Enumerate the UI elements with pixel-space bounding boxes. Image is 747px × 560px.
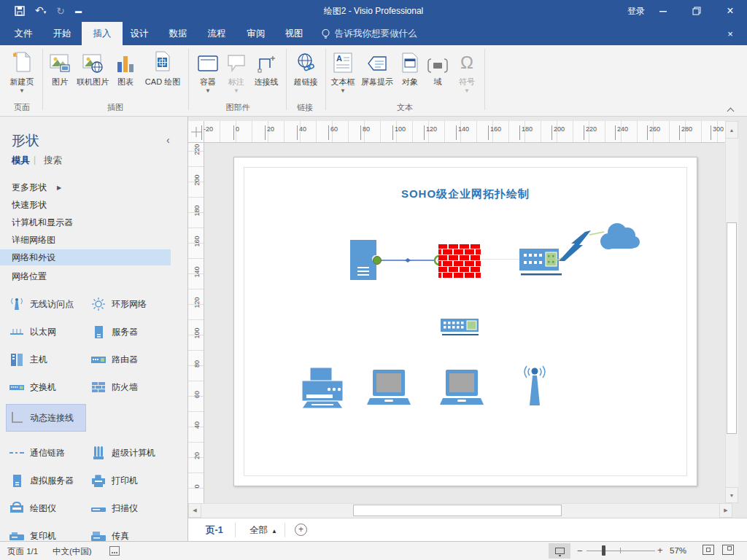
svg-text:A: A (336, 54, 342, 63)
container-icon (197, 47, 219, 74)
sign-in-button[interactable]: 登录 (627, 5, 645, 18)
plotter-icon (9, 501, 25, 516)
close-button[interactable]: × (713, 0, 747, 22)
shape-ring-network[interactable]: 环形网络 (90, 290, 172, 318)
container-button[interactable]: 容器 ▼ (193, 47, 223, 101)
field-button[interactable]: 域 (426, 47, 449, 101)
online-pictures-button[interactable]: 联机图片 (74, 47, 111, 101)
vertical-scrollbar-thumb[interactable] (727, 222, 737, 434)
new-page-button[interactable]: 新建页 ▼ (4, 47, 39, 101)
tab-view[interactable]: 视图 (277, 22, 311, 45)
presentation-mode-button[interactable] (549, 543, 570, 559)
zoom-slider-thumb[interactable] (602, 545, 605, 556)
v-ruler-tick: 180 (193, 203, 201, 218)
shape-dynamic-connector[interactable]: 动态连接线 (9, 404, 90, 432)
tab-file[interactable]: 文件 (9, 22, 38, 45)
router-icon (90, 352, 107, 367)
field-icon (427, 47, 449, 74)
fit-window-button[interactable] (722, 545, 734, 555)
shape-supercomputer[interactable]: 超级计算机 (90, 439, 172, 467)
diagram-connector[interactable] (369, 251, 445, 270)
more-shapes-item[interactable]: 更多形状▶ (0, 179, 171, 195)
macro-record-icon[interactable] (109, 546, 120, 556)
tab-design[interactable]: 设计 (123, 22, 156, 45)
shape-virtual-server[interactable]: 虚拟服务器 (9, 467, 90, 494)
close-drawing-button[interactable]: × (719, 22, 741, 45)
picture-button[interactable]: 图片 (45, 47, 74, 101)
stencil-item-network-peripherals[interactable]: 网络和外设 (0, 249, 171, 265)
dropdown-arrow: ▼ (464, 88, 470, 94)
shape-switch[interactable]: 交换机 (9, 373, 90, 401)
shape-wireless-access-point[interactable]: 无线访问点 (9, 290, 90, 318)
hyperlink-button[interactable]: 超链接 (289, 47, 322, 101)
diagram-node-wireless-antenna[interactable] (519, 365, 550, 407)
diagram-node-firewall[interactable] (438, 244, 481, 279)
zoom-out-button[interactable]: − (577, 545, 583, 556)
stencil-item-detailed-network[interactable]: 详细网络图 (0, 232, 171, 248)
add-page-button[interactable]: + (295, 524, 307, 536)
diagram-title[interactable]: SOHO级企业网拓扑绘制 (233, 187, 697, 201)
shape-scanner[interactable]: 扫描仪 (90, 494, 172, 522)
connector-icon (256, 47, 276, 74)
tab-process[interactable]: 流程 (200, 22, 233, 45)
zoom-slider-track[interactable] (587, 551, 655, 551)
horizontal-scrollbar-thumb[interactable] (353, 505, 562, 516)
tab-data[interactable]: 数据 (160, 22, 196, 45)
cad-drawing-button[interactable]: CAD 绘图 (140, 47, 185, 101)
restore-button[interactable] (680, 0, 713, 22)
object-button[interactable]: 对象 (397, 47, 423, 101)
h-ruler-tick: 240 (615, 125, 628, 140)
shape-comm-link[interactable]: 通信链路 (9, 439, 90, 467)
page-indicator[interactable]: 页面 1/1 (7, 546, 38, 557)
symbol-button: Ω 符号 ▼ (452, 47, 481, 101)
fax-icon (90, 529, 107, 541)
stencil-item-computers-monitors[interactable]: 计算机和显示器 (0, 214, 171, 230)
scroll-down-arrow[interactable]: ▼ (725, 487, 738, 503)
v-ruler-tick: 0 (193, 479, 201, 494)
stencil-item-quick-shapes[interactable]: 快速形状 (0, 197, 171, 213)
collapse-panel-icon[interactable]: ‹ (166, 134, 170, 146)
zoom-level[interactable]: 57% (670, 546, 686, 555)
page-tab-1[interactable]: 页-1 (206, 524, 223, 537)
tab-stencils[interactable]: 模具 (12, 155, 30, 167)
shape-printer[interactable]: 打印机 (90, 467, 172, 494)
collapse-ribbon-button[interactable] (728, 104, 738, 112)
stencil-item-network-locations[interactable]: 网络位置 (0, 268, 171, 284)
h-ruler-tick: 140 (456, 125, 469, 140)
all-pages-button[interactable]: 全部▲ (249, 524, 277, 537)
shape-host[interactable]: 主机 (9, 346, 90, 373)
screen-tip-button[interactable]: 屏幕提示 (357, 47, 397, 101)
diagram-node-laptop-1[interactable] (366, 369, 411, 407)
shape-plotter[interactable]: 绘图仪 (9, 494, 90, 522)
connector-button[interactable]: 连接线 (249, 47, 283, 101)
wireless-access-point-icon (9, 297, 25, 311)
text-box-button[interactable]: A 文本框 ▼ (328, 47, 357, 101)
minimize-button[interactable] (646, 0, 680, 22)
shape-router[interactable]: 路由器 (90, 346, 172, 373)
shape-server[interactable]: 服务器 (90, 318, 172, 346)
ribbon: 新建页 ▼ 页面 图片 联机图片 图表 CAD (0, 45, 747, 117)
scroll-up-arrow[interactable]: ▲ (725, 121, 738, 139)
scroll-left-arrow[interactable]: ◀ (188, 503, 201, 518)
diagram-node-laptop-2[interactable] (439, 369, 484, 407)
tab-review[interactable]: 审阅 (239, 22, 273, 45)
tab-insert[interactable]: 插入 (82, 22, 123, 45)
tab-search[interactable]: 搜索 (44, 155, 62, 167)
language-indicator[interactable]: 中文(中国) (53, 546, 92, 557)
diagram-node-switch[interactable] (440, 318, 482, 337)
diagram-node-internet-cloud[interactable] (597, 221, 640, 252)
dynamic-connector-icon (9, 411, 25, 425)
shape-ethernet[interactable]: 以太网 (9, 318, 90, 346)
shape-copier[interactable]: 复印机 (9, 522, 90, 541)
shape-firewall[interactable]: 防火墙 (90, 373, 172, 401)
chart-button[interactable]: 图表 (111, 47, 140, 101)
diagram-node-printer[interactable] (301, 367, 345, 409)
h-ruler-tick: 260 (647, 125, 660, 140)
scroll-right-arrow[interactable]: ▶ (719, 503, 732, 518)
zoom-in-button[interactable]: + (657, 545, 663, 556)
shape-fax[interactable]: 传真 (90, 522, 172, 541)
v-ruler-tick: 60 (193, 387, 201, 402)
tell-me-box[interactable]: 告诉我你想要做什么 (321, 22, 417, 45)
tab-home[interactable]: 开始 (45, 22, 79, 45)
fit-page-button[interactable] (703, 545, 714, 555)
